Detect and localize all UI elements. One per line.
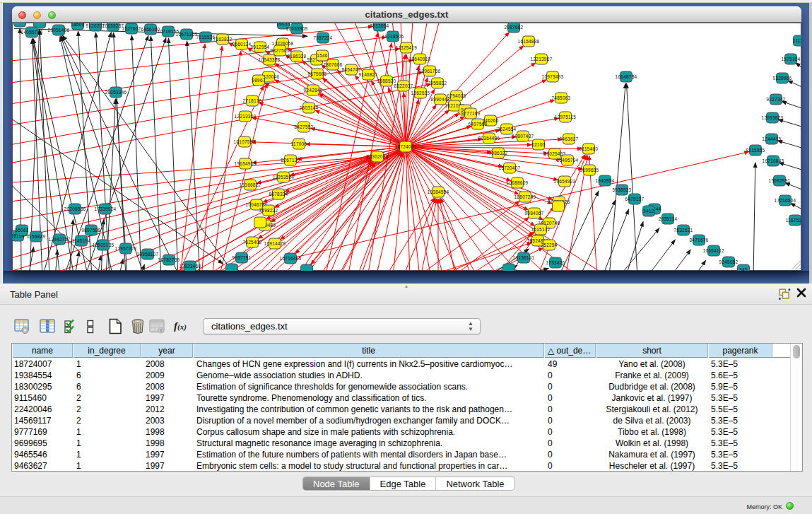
svg-text:20091406: 20091406 [48, 28, 70, 33]
svg-text:3498222: 3498222 [259, 208, 278, 213]
svg-text:18640910: 18640910 [409, 57, 431, 62]
svg-text:7832621: 7832621 [674, 228, 693, 233]
svg-text:8912954: 8912954 [251, 45, 270, 49]
svg-text:1145194: 1145194 [72, 238, 91, 243]
svg-text:16210643: 16210643 [763, 158, 784, 163]
svg-text:98967: 98967 [252, 78, 265, 83]
svg-text:8322037: 8322037 [394, 83, 413, 88]
svg-text:8660124: 8660124 [233, 42, 252, 47]
svg-text:16782759: 16782759 [158, 257, 180, 262]
svg-text:18724007: 18724007 [395, 144, 417, 149]
svg-text:16033809: 16033809 [286, 26, 308, 31]
svg-text:7357224: 7357224 [314, 35, 333, 40]
svg-text:8186328: 8186328 [288, 54, 307, 59]
svg-text:55061: 55061 [15, 228, 28, 233]
svg-text:20364436: 20364436 [478, 136, 500, 141]
svg-text:10654112: 10654112 [703, 248, 725, 253]
svg-text:16136141: 16136141 [513, 255, 535, 260]
svg-text:16154838: 16154838 [518, 39, 540, 44]
svg-text:1615172: 1615172 [531, 227, 551, 232]
svg-text:117006: 117006 [291, 141, 307, 146]
svg-text:19384554: 19384554 [428, 189, 449, 194]
svg-text:9897588: 9897588 [82, 228, 101, 233]
svg-text:10807487: 10807487 [512, 134, 534, 139]
svg-text:8215955: 8215955 [746, 148, 765, 153]
svg-text:9115460: 9115460 [579, 146, 599, 151]
svg-text:9412: 9412 [643, 209, 654, 214]
svg-text:29053346: 29053346 [105, 90, 127, 95]
svg-text:10961766: 10961766 [419, 69, 441, 74]
svg-text:12942757: 12942757 [49, 237, 71, 242]
svg-text:9146821: 9146821 [359, 72, 378, 77]
svg-text:3624554: 3624554 [498, 127, 517, 132]
svg-text:252254: 252254 [541, 243, 557, 247]
svg-text:8675685: 8675685 [308, 71, 327, 76]
svg-text:20206536: 20206536 [64, 206, 86, 211]
svg-text:18807249: 18807249 [514, 194, 536, 199]
svg-text:1167533: 1167533 [786, 218, 801, 223]
svg-text:8427552: 8427552 [295, 124, 314, 129]
svg-text:10958107: 10958107 [137, 252, 159, 257]
svg-text:16671355: 16671355 [176, 32, 198, 37]
svg-text:19166822: 19166822 [240, 182, 261, 187]
svg-text:12213369: 12213369 [235, 114, 257, 119]
svg-text:9827503: 9827503 [271, 48, 290, 53]
svg-text:12505135: 12505135 [93, 243, 114, 247]
svg-text:8454749: 8454749 [342, 67, 361, 72]
svg-text:1362615: 1362615 [411, 90, 430, 95]
svg-text:1156829: 1156829 [27, 234, 46, 239]
svg-text:9084067: 9084067 [525, 211, 544, 216]
svg-text:16495794: 16495794 [557, 158, 579, 163]
svg-text:17016504: 17016504 [775, 198, 796, 203]
svg-text:1733426: 1733426 [546, 260, 565, 265]
svg-text:15720407: 15720407 [499, 165, 521, 170]
svg-text:12093823: 12093823 [762, 115, 784, 120]
svg-text:10973493: 10973493 [542, 74, 564, 79]
svg-text:17957223: 17957223 [115, 246, 137, 251]
svg-text:19218506: 19218506 [382, 34, 404, 39]
svg-text:18509: 18509 [71, 23, 84, 27]
svg-text:12923468: 12923468 [180, 264, 201, 269]
svg-text:9777169: 9777169 [461, 111, 481, 116]
svg-text:11123: 11123 [793, 38, 801, 43]
svg-text:9242848: 9242848 [304, 88, 323, 93]
svg-text:7986322: 7986322 [489, 151, 508, 156]
svg-text:5938923: 5938923 [613, 187, 632, 192]
svg-text:10543382: 10543382 [259, 57, 281, 62]
svg-text:6497568: 6497568 [469, 122, 488, 127]
svg-text:1244415: 1244415 [763, 136, 782, 141]
svg-text:7955812: 7955812 [428, 81, 447, 86]
svg-text:12975115: 12975115 [555, 115, 577, 119]
svg-text:17339924: 17339924 [95, 206, 117, 211]
svg-text:10655287: 10655287 [102, 23, 124, 28]
svg-text:9463627: 9463627 [560, 136, 579, 141]
svg-text:6794028: 6794028 [447, 93, 466, 98]
svg-text:7625402: 7625402 [243, 240, 262, 245]
svg-text:2087682: 2087682 [505, 25, 524, 30]
svg-text:9699695: 9699695 [580, 168, 599, 173]
svg-text:10107552: 10107552 [234, 139, 256, 144]
svg-text:14055714: 14055714 [21, 30, 43, 35]
svg-text:9657791: 9657791 [233, 255, 252, 260]
svg-text:1546: 1546 [317, 53, 328, 58]
svg-text:1527602: 1527602 [122, 26, 141, 31]
svg-text:2867608: 2867608 [324, 62, 343, 67]
svg-text:19654923: 19654923 [554, 179, 576, 184]
svg-text:15716485: 15716485 [280, 256, 302, 261]
svg-text:19654915: 19654915 [235, 161, 257, 166]
svg-text:9329966: 9329966 [773, 76, 792, 81]
svg-text:11353594: 11353594 [273, 175, 295, 180]
svg-text:1640954: 1640954 [596, 178, 615, 183]
svg-text:7485063: 7485063 [552, 95, 571, 100]
svg-text:2803144: 2803144 [300, 105, 319, 110]
svg-text:8813054: 8813054 [370, 23, 389, 28]
svg-text:7163822: 7163822 [213, 37, 233, 42]
svg-text:9227342: 9227342 [767, 97, 786, 102]
svg-text:1588520: 1588520 [377, 78, 396, 83]
svg-text:6479197: 6479197 [625, 197, 645, 201]
svg-text:12213967: 12213967 [531, 57, 553, 62]
svg-text:2718176: 2718176 [243, 98, 262, 103]
svg-text:945: 945 [739, 267, 748, 271]
svg-text:16648784: 16648784 [616, 74, 637, 79]
svg-text:8471676: 8471676 [690, 238, 709, 243]
